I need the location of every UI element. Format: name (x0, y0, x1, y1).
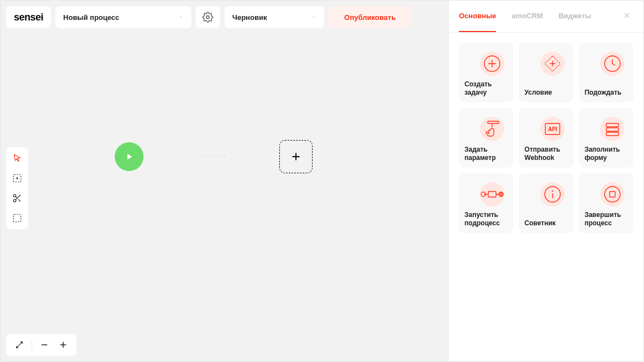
tab-main-label: Основные (459, 12, 496, 20)
marquee-icon (12, 173, 22, 183)
tab-amocrm[interactable]: amoCRM (512, 1, 543, 32)
status-dropdown[interactable]: Черновик (224, 6, 324, 28)
diamond-plus-icon (541, 53, 564, 75)
svg-point-20 (551, 190, 553, 192)
logo-text: sensei (14, 12, 43, 23)
cut-tool[interactable] (11, 192, 24, 205)
svg-text:API: API (548, 126, 557, 132)
chevron-down-icon (311, 14, 316, 20)
block-create-task[interactable]: Создать задачу (459, 43, 513, 102)
block-start-subprocess[interactable]: Запустить подроцесс (459, 173, 513, 233)
panel-tabs: Основные amoCRM Виджеты (449, 1, 643, 33)
block-label: Задать параметр (464, 146, 508, 162)
svg-rect-14 (606, 132, 619, 136)
process-dropdown-label: Новый процесс (63, 13, 119, 22)
process-dropdown[interactable]: Новый процесс (55, 6, 191, 28)
svg-marker-1 (224, 156, 225, 157)
block-advisor[interactable]: Советник (519, 173, 573, 233)
lasso-select-icon (12, 213, 22, 223)
select-tool[interactable] (11, 172, 24, 185)
block-end-process[interactable]: Завершить процесс (579, 173, 633, 233)
block-send-webhook[interactable]: API Отправить Webhook (519, 108, 573, 168)
plus-icon (58, 340, 68, 350)
hand-point-icon (481, 118, 503, 140)
block-wait[interactable]: Подождать (579, 43, 633, 102)
close-panel-button[interactable] (622, 11, 633, 22)
svg-point-17 (499, 192, 503, 196)
chevron-down-icon (178, 14, 183, 20)
publish-button-label: Опубликовать (344, 13, 396, 22)
scissors-icon (12, 193, 22, 203)
header-bar: sensei Новый процесс Черновик Опубликова… (6, 6, 447, 28)
block-fill-form[interactable]: Заполнить форму (579, 108, 633, 168)
tab-main[interactable]: Основные (459, 1, 496, 32)
zoom-in-button[interactable] (57, 338, 70, 351)
svg-rect-18 (500, 193, 502, 195)
add-node-placeholder[interactable] (279, 140, 313, 173)
stop-icon (601, 183, 623, 205)
block-label: Запустить подроцесс (464, 211, 508, 227)
svg-point-21 (605, 187, 620, 202)
svg-point-2 (207, 16, 209, 19)
plus-circle-icon (481, 53, 503, 75)
lasso-tool[interactable] (11, 211, 24, 225)
start-node[interactable] (115, 142, 144, 171)
cursor-tool[interactable] (11, 152, 24, 165)
svg-rect-16 (488, 192, 496, 197)
block-label: Подождать (585, 89, 628, 97)
form-icon (601, 118, 623, 140)
status-dropdown-label: Черновик (232, 13, 267, 22)
block-label: Условие (524, 89, 568, 97)
block-label: Создать задачу (464, 80, 508, 97)
zoom-out-button[interactable] (38, 338, 51, 351)
svg-rect-22 (610, 192, 615, 197)
gear-icon (202, 12, 213, 23)
block-label: Отправить Webhook (524, 146, 568, 162)
api-icon: API (541, 118, 564, 140)
block-label: Заполнить форму (585, 146, 628, 162)
svg-point-5 (13, 199, 16, 202)
play-icon (124, 152, 134, 162)
edge-arrow (144, 156, 279, 157)
publish-button[interactable]: Опубликовать (329, 6, 411, 28)
block-library-panel: Основные amoCRM Виджеты Создать задачу У… (448, 1, 643, 361)
svg-rect-13 (606, 128, 619, 131)
cursor-icon (12, 153, 22, 163)
close-icon (622, 11, 631, 20)
expand-icon (15, 340, 24, 349)
svg-point-4 (13, 194, 16, 197)
block-condition[interactable]: Условие (519, 43, 573, 102)
tab-widgets-label: Виджеты (559, 12, 591, 20)
tab-amocrm-label: amoCRM (512, 12, 543, 20)
plus-icon (290, 151, 302, 163)
block-label: Советник (524, 219, 568, 227)
fit-view-button[interactable] (13, 338, 26, 351)
block-grid: Создать задачу Условие Подождать Задать … (449, 33, 643, 243)
settings-button[interactable] (196, 6, 220, 28)
minus-icon (39, 340, 49, 350)
divider (32, 340, 32, 350)
info-icon (541, 183, 564, 205)
logo: sensei (6, 6, 51, 28)
block-set-parameter[interactable]: Задать параметр (459, 108, 513, 168)
svg-rect-12 (606, 123, 619, 127)
clock-icon (601, 53, 623, 75)
tab-widgets[interactable]: Виджеты (559, 1, 591, 32)
block-label: Завершить процесс (585, 211, 628, 227)
subprocess-icon (479, 183, 505, 205)
left-toolbar (6, 147, 28, 229)
svg-rect-9 (488, 121, 499, 123)
zoom-bar (6, 334, 76, 356)
